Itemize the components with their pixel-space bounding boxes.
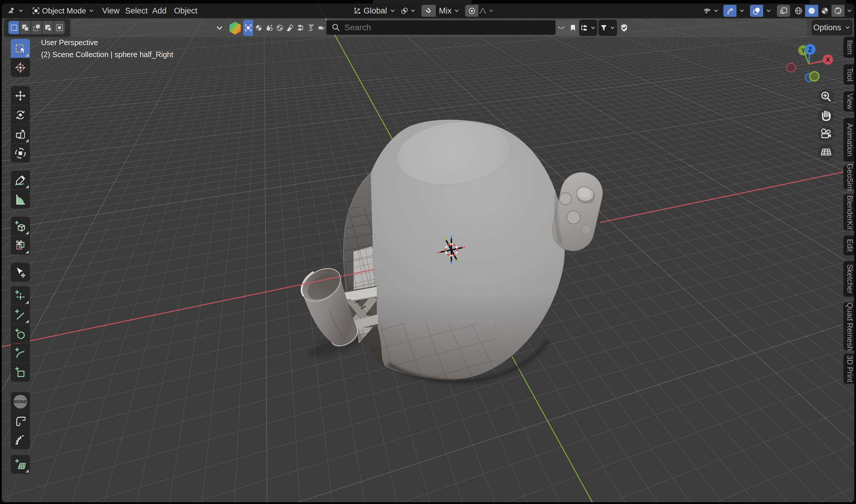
asset-brush-icon <box>286 24 294 32</box>
tool-add-point[interactable] <box>11 286 30 305</box>
sidebar-tab-animation[interactable]: Animation <box>843 118 854 162</box>
select-mode-set[interactable] <box>8 21 19 34</box>
search-input[interactable] <box>345 23 556 32</box>
gizmo-icon <box>726 7 734 15</box>
add-line-icon <box>14 309 27 321</box>
tool-trim[interactable] <box>11 236 30 255</box>
snap-mode-dropdown[interactable]: Mix <box>436 5 463 17</box>
sidebar-tab-view[interactable]: View <box>843 91 854 112</box>
tool-select-box[interactable] <box>11 39 30 58</box>
shading-rendered-button[interactable] <box>832 5 845 17</box>
tool-add-workplane[interactable] <box>11 455 30 474</box>
gizmo-axis-x-neg[interactable] <box>787 64 796 72</box>
sidebar-tab-geosim[interactable]: GeoSim <box>843 165 854 189</box>
snap-toggle[interactable] <box>421 5 436 17</box>
tool-measure[interactable] <box>11 190 30 209</box>
tool-add-line[interactable] <box>11 305 30 324</box>
select-set-icon <box>10 24 18 32</box>
tool-add-circle[interactable] <box>11 324 30 343</box>
free-assets-toggle[interactable] <box>556 20 567 36</box>
bookmarks-button[interactable] <box>567 20 579 36</box>
select-mode-subtract[interactable] <box>31 21 42 34</box>
pan-button[interactable] <box>818 107 834 123</box>
chevron-down-icon <box>18 7 24 14</box>
viewport-canvas[interactable]: Y Z X <box>2 4 854 502</box>
projection-toggle-button[interactable] <box>818 144 834 160</box>
camera-view-button[interactable] <box>818 126 834 142</box>
overlays-dropdown[interactable] <box>763 5 774 17</box>
asset-scene-icon <box>265 24 273 32</box>
select-extend-icon <box>21 24 29 32</box>
editor-type-button[interactable] <box>7 5 24 17</box>
xray-toggle[interactable] <box>777 5 790 17</box>
tool-move[interactable] <box>11 86 30 105</box>
asset-type-hdr[interactable] <box>275 20 284 36</box>
visibility-eye-icon <box>703 6 711 15</box>
gizmos-toggle[interactable] <box>723 5 736 17</box>
blenderkit-logo[interactable] <box>228 21 243 36</box>
chevron-down-icon <box>609 24 616 31</box>
menu-add[interactable]: Add <box>152 4 167 18</box>
tool-workplane-none[interactable]: NONE <box>11 392 30 411</box>
menu-object[interactable]: Object <box>174 4 197 18</box>
shading-modes-group <box>792 5 854 17</box>
chevron-down-icon <box>846 7 853 14</box>
trim-arc-icon <box>14 434 27 446</box>
sidebar-tab-blenderkit[interactable]: BlenderKit <box>843 194 854 231</box>
tool-fillet[interactable] <box>11 411 30 430</box>
sidebar-tab-tool[interactable]: Tool <box>843 64 854 85</box>
options-label: Options <box>813 23 841 32</box>
add-arc-icon <box>14 347 27 359</box>
shading-dropdown[interactable] <box>845 5 854 17</box>
tool-annotate[interactable] <box>11 170 30 190</box>
mode-selector[interactable]: Object Mode <box>29 5 93 17</box>
categories-dropdown[interactable] <box>579 20 597 36</box>
move-icon <box>14 90 27 102</box>
proportional-falloff-dropdown[interactable] <box>478 5 495 17</box>
shading-solid-button[interactable] <box>805 5 818 17</box>
select-mode-intersect[interactable] <box>54 21 65 34</box>
asset-type-model[interactable] <box>243 20 253 36</box>
sidebar-tab-sketcher[interactable]: Sketcher <box>843 261 854 296</box>
toolbar-group-select <box>11 39 30 77</box>
tool-rotate[interactable] <box>11 105 30 124</box>
show-hide-dropdown[interactable] <box>701 5 721 17</box>
search-icon <box>331 23 340 32</box>
sidebar-tab-item[interactable]: Item <box>843 37 854 58</box>
tool-add-cube[interactable] <box>11 217 30 236</box>
tool-add-rectangle[interactable] <box>11 363 30 382</box>
asset-type-printable[interactable] <box>306 20 316 36</box>
shading-wireframe-button[interactable] <box>792 5 805 17</box>
menu-select[interactable]: Select <box>125 4 148 18</box>
tool-scale[interactable] <box>11 125 30 143</box>
asset-type-brush[interactable] <box>285 20 295 36</box>
gizmo-axis-y-neg[interactable] <box>810 72 819 81</box>
sidebar-tab-quad-remesh[interactable]: Quad Remesh <box>843 302 854 350</box>
gizmos-dropdown[interactable] <box>736 5 747 17</box>
asset-type-nodegroup[interactable] <box>296 20 305 36</box>
sidebar-tab-edit[interactable]: Edit <box>843 236 854 255</box>
tool-trim-arc[interactable] <box>11 430 30 449</box>
options-dropdown[interactable]: Options <box>812 20 852 35</box>
proportional-edit-toggle[interactable] <box>465 5 478 17</box>
filter-dropdown[interactable] <box>598 20 617 36</box>
transform-orientation-dropdown[interactable]: Global <box>350 5 395 17</box>
asset-type-addon[interactable] <box>317 20 327 36</box>
asset-type-material[interactable] <box>254 20 264 36</box>
menu-view[interactable]: View <box>102 4 120 18</box>
blenderkit-collapse-chevron[interactable] <box>215 24 224 32</box>
shading-material-button[interactable] <box>818 5 832 17</box>
tool-tweak[interactable] <box>11 263 30 282</box>
sidebar-tab-3d-print[interactable]: 3D Print <box>843 354 854 384</box>
toolbar-group-workplane <box>11 455 30 474</box>
tool-cursor[interactable] <box>11 58 30 77</box>
snap-with-dropdown[interactable] <box>398 5 418 17</box>
verification-status[interactable] <box>618 20 630 36</box>
zoom-button[interactable] <box>818 89 834 105</box>
select-mode-invert[interactable] <box>42 21 53 34</box>
select-mode-extend[interactable] <box>20 21 31 34</box>
overlays-toggle[interactable] <box>750 5 763 17</box>
tool-add-arc[interactable] <box>11 344 30 362</box>
tool-transform[interactable] <box>11 144 30 163</box>
asset-type-scene[interactable] <box>264 20 274 36</box>
